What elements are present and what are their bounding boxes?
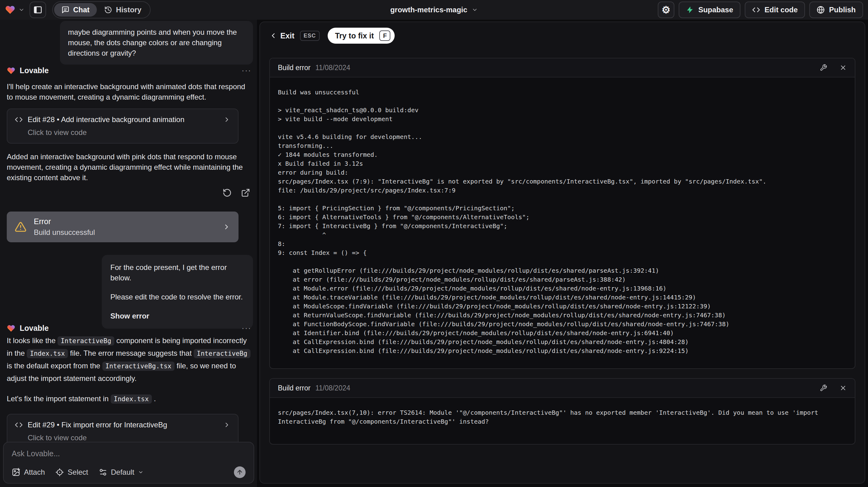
agent-name: Lovable (20, 66, 49, 75)
try-to-fix-button[interactable]: Try to fix it F (328, 28, 395, 44)
build-error-date: 11/08/2024 (315, 64, 350, 72)
tab-history[interactable]: History (97, 3, 149, 17)
lovable-heart-icon (7, 66, 16, 75)
globe-icon (817, 6, 825, 14)
message-actions (222, 188, 250, 197)
build-error-title: Build error (278, 384, 310, 392)
arrow-up-icon (236, 469, 243, 476)
build-error-card-1: Build error 11/08/2024 Build was unsucce… (269, 58, 856, 369)
settings-button[interactable]: ⚙ (658, 2, 674, 18)
edit-28-title: Edit #28 • Add interactive background an… (28, 115, 184, 124)
f-key-hint: F (379, 30, 390, 41)
code-icon (15, 421, 23, 429)
crosshair-icon (55, 468, 64, 477)
supabase-label: Supabase (698, 5, 733, 14)
tab-chat[interactable]: Chat (54, 3, 97, 17)
message-more-button[interactable]: ··· (242, 324, 251, 333)
chevron-right-icon (222, 223, 230, 231)
user-message: maybe diagramming points and when you mo… (60, 21, 253, 65)
fix-error-button[interactable] (820, 64, 827, 71)
text-segment: . (152, 394, 156, 403)
user-message-line: Please edit the code to resolve the erro… (110, 292, 244, 302)
try-to-fix-label: Try to fix it (335, 31, 374, 40)
attach-label: Attach (24, 468, 45, 477)
show-error-label: Show error (110, 311, 244, 321)
lovable-logo-menu[interactable] (5, 5, 25, 15)
error-pill-title: Error (34, 217, 95, 226)
chat-input[interactable] (12, 449, 246, 463)
chevron-left-icon (269, 32, 277, 40)
open-preview-button[interactable] (241, 188, 250, 197)
sliders-icon (99, 468, 107, 477)
project-name: growth-metrics-magic (390, 5, 467, 14)
text-segment: is the default export from the (7, 362, 102, 370)
agent-message-text: It looks like the InteractiveBg componen… (7, 335, 251, 385)
message-more-button[interactable]: ··· (242, 66, 251, 75)
agent-message-header: Lovable ··· (7, 66, 251, 75)
close-error-button[interactable] (839, 64, 847, 71)
close-icon (839, 384, 847, 392)
agent-message-text: I'll help create an interactive backgrou… (7, 82, 251, 102)
esc-key-hint: ESC (300, 31, 320, 41)
tab-chat-label: Chat (73, 5, 89, 14)
supabase-bolt-icon (686, 6, 694, 14)
edit-29-subtitle: Click to view code (28, 433, 230, 442)
edit-29-title: Edit #29 • Fix import error for Interact… (28, 421, 167, 429)
chat-bubble-icon (61, 6, 69, 14)
code-icon (752, 6, 760, 14)
publish-label: Publish (829, 5, 856, 14)
image-plus-icon (12, 468, 20, 477)
agent-name: Lovable (20, 324, 49, 333)
agent-message-header: Lovable ··· (7, 324, 251, 333)
select-element-button[interactable]: Select (55, 468, 88, 477)
lovable-heart-icon (7, 324, 16, 333)
exit-button[interactable]: Exit (269, 31, 294, 40)
rotate-ccw-icon (222, 188, 232, 197)
attach-button[interactable]: Attach (12, 468, 45, 477)
agent-message-text: Added an interactive background with pin… (7, 152, 251, 183)
wrench-icon (820, 64, 827, 71)
code-icon (15, 116, 23, 124)
inline-code: Index.tsx (111, 394, 152, 404)
inline-code: InteractiveBg (58, 336, 114, 345)
exit-label: Exit (280, 31, 294, 40)
fix-error-button[interactable] (820, 384, 827, 392)
close-error-button[interactable] (839, 384, 847, 392)
build-error-card-header: Build error 11/08/2024 (270, 379, 855, 398)
build-error-card-2: Build error 11/08/2024 src/pages/Index.t… (269, 378, 856, 445)
edit-28-card[interactable]: Edit #28 • Add interactive background an… (7, 109, 239, 144)
mode-dropdown[interactable]: Default (99, 468, 144, 477)
build-error-pill[interactable]: Error Build unsuccessful (7, 212, 239, 242)
chevron-right-icon (223, 421, 230, 429)
chevron-right-icon (223, 116, 230, 123)
lovable-heart-icon (5, 5, 16, 15)
tab-history-label: History (116, 5, 142, 14)
error-pill-subtitle: Build unsuccessful (34, 228, 95, 237)
build-error-log: src/pages/Index.tsx(7,10): error TS2614:… (270, 398, 855, 444)
retry-button[interactable] (222, 188, 232, 197)
edit-code-button[interactable]: Edit code (745, 2, 805, 18)
chat-history-tabs: Chat History (52, 1, 151, 19)
agent-message-text: Let's fix the import statement in Index.… (7, 393, 251, 405)
user-message: For the code present, I get the error be… (102, 255, 253, 329)
mode-label: Default (111, 468, 134, 477)
chevron-down-icon (471, 7, 478, 13)
user-message-line: For the code present, I get the error be… (110, 262, 244, 283)
gear-icon: ⚙ (662, 5, 671, 15)
history-icon (104, 6, 112, 14)
supabase-button[interactable]: Supabase (679, 2, 740, 18)
panel-left-icon (33, 5, 42, 14)
close-icon (839, 64, 847, 71)
external-link-icon (241, 188, 250, 197)
text-segment: file. The error message suggests that (68, 349, 194, 357)
select-label: Select (68, 468, 88, 477)
edit-code-label: Edit code (765, 5, 798, 14)
warning-triangle-icon (15, 221, 26, 233)
chat-composer: Attach Select Default (3, 442, 254, 484)
sidebar-toggle-button[interactable] (30, 2, 46, 18)
send-button[interactable] (234, 466, 246, 478)
publish-button[interactable]: Publish (809, 2, 863, 18)
project-switcher[interactable]: growth-metrics-magic (390, 5, 478, 14)
edit-28-subtitle: Click to view code (28, 128, 230, 137)
chat-panel: maybe diagramming points and when you mo… (0, 20, 257, 487)
